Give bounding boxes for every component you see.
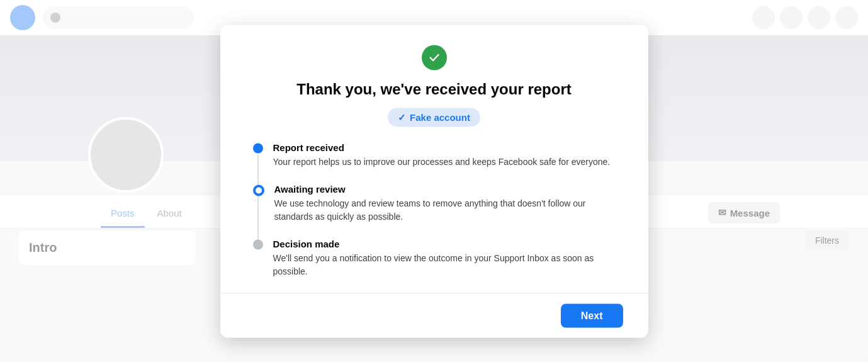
- report-category-tag: ✓ Fake account: [388, 108, 480, 127]
- step-title-3: Decision made: [273, 238, 623, 249]
- step-text-1: Report received Your report helps us to …: [273, 142, 623, 168]
- step-title-2: Awaiting review: [274, 183, 623, 194]
- modal-title: Thank you, we've received your report: [245, 80, 623, 98]
- success-icon-wrap: [245, 45, 623, 70]
- step-dot-3: [253, 239, 263, 249]
- step-text-3: Decision made We'll send you a notificat…: [273, 238, 623, 278]
- next-button[interactable]: Next: [561, 303, 623, 327]
- step-desc-2: We use technology and review teams to re…: [274, 196, 623, 223]
- step-desc-3: We'll send you a notification to view th…: [273, 251, 623, 278]
- step-title-1: Report received: [273, 142, 623, 152]
- step-decision-made: Decision made We'll send you a notificat…: [253, 238, 623, 278]
- step-awaiting-review: Awaiting review We use technology and re…: [253, 183, 623, 223]
- step-dot-2: [253, 184, 264, 196]
- tag-label: Fake account: [410, 112, 470, 123]
- tag-check-icon: ✓: [398, 111, 406, 123]
- report-modal: Thank you, we've received your report ✓ …: [220, 25, 648, 337]
- success-checkmark-icon: [422, 45, 447, 70]
- step-text-2: Awaiting review We use technology and re…: [274, 183, 623, 223]
- step-dot-1: [253, 143, 263, 153]
- step-desc-1: Your report helps us to improve our proc…: [273, 155, 623, 168]
- steps-container: Report received Your report helps us to …: [245, 142, 623, 278]
- modal-body: Thank you, we've received your report ✓ …: [220, 25, 648, 278]
- step-report-received: Report received Your report helps us to …: [253, 142, 623, 168]
- modal-footer: Next: [220, 293, 648, 337]
